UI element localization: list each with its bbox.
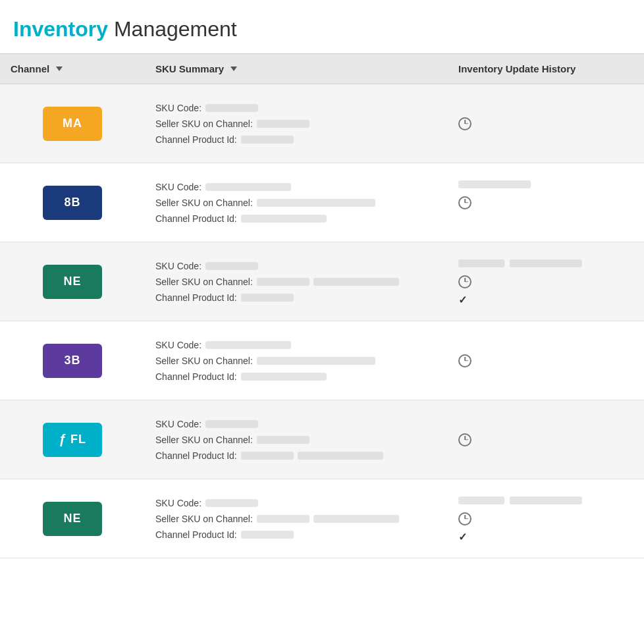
cell-sku-6: SKU Code: Seller SKU on Channel: Channel… — [145, 479, 448, 558]
product-id-label: Channel Product Id: — [155, 292, 237, 303]
product-id-value-b — [298, 452, 383, 460]
channel-badge-8b: 8B — [43, 186, 102, 220]
clock-icon[interactable] — [458, 196, 471, 209]
seller-sku-line: Seller SKU on Channel: — [155, 119, 437, 129]
page-header: Inventory Management — [0, 0, 644, 53]
history-line-3 — [458, 136, 633, 149]
seller-sku-value — [257, 436, 309, 444]
product-id-label: Channel Product Id: — [155, 371, 237, 382]
cell-channel-5: ƒ FL — [0, 400, 145, 479]
seller-sku-label: Seller SKU on Channel: — [155, 119, 253, 129]
product-id-label: Channel Product Id: — [155, 134, 237, 145]
cell-channel-4: 3B — [0, 321, 145, 400]
title-rest: Management — [108, 17, 237, 41]
product-id-label: Channel Product Id: — [155, 450, 237, 461]
sku-code-label: SKU Code: — [155, 182, 201, 192]
clock-icon[interactable] — [458, 512, 471, 525]
product-id-value — [241, 373, 327, 381]
sku-code-label: SKU Code: — [155, 419, 201, 429]
cell-channel-1: MA — [0, 84, 145, 163]
history-line-2 — [458, 512, 633, 525]
product-id-value — [241, 294, 294, 302]
column-header-channel[interactable]: Channel — [0, 54, 145, 84]
product-id-value — [241, 215, 327, 223]
seller-sku-line: Seller SKU on Channel: — [155, 514, 437, 524]
page-title: Inventory Management — [13, 17, 631, 41]
sku-code-label: SKU Code: — [155, 103, 201, 113]
history-line-2 — [458, 196, 633, 209]
channel-badge-ma: MA — [43, 107, 102, 141]
sku-code-value — [205, 262, 258, 270]
history-value-1a — [458, 496, 504, 504]
product-id-value — [241, 531, 294, 539]
table-header: Channel SKU Summary Inventory Update His… — [0, 53, 644, 84]
clock-icon[interactable] — [458, 433, 471, 446]
cell-sku-5: SKU Code: Seller SKU on Channel: Channel… — [145, 400, 448, 479]
history-line-2 — [458, 275, 633, 288]
sku-code-line: SKU Code: — [155, 498, 437, 508]
seller-sku-value — [257, 357, 375, 365]
history-value-1 — [458, 180, 531, 188]
cell-history-1 — [448, 84, 644, 163]
cell-sku-1: SKU Code: Seller SKU on Channel: Channel… — [145, 84, 448, 163]
cell-history-3: ✓ — [448, 242, 644, 321]
history-value-1a — [458, 259, 504, 267]
column-header-sku[interactable]: SKU Summary — [145, 54, 448, 84]
sku-code-value — [205, 420, 258, 428]
sku-code-line: SKU Code: — [155, 182, 437, 192]
product-id-label: Channel Product Id: — [155, 213, 237, 224]
sku-code-label: SKU Code: — [155, 340, 201, 350]
channel-filter-icon[interactable] — [56, 67, 63, 71]
history-line-2 — [458, 117, 633, 130]
product-id-value — [241, 136, 294, 144]
product-id-label: Channel Product Id: — [155, 529, 237, 540]
history-line-3: ✓ — [458, 531, 633, 544]
seller-sku-value-a — [257, 278, 309, 286]
history-value-1b — [510, 259, 582, 267]
history-line-1 — [458, 99, 633, 112]
seller-sku-label: Seller SKU on Channel: — [155, 435, 253, 445]
sku-code-line: SKU Code: — [155, 419, 437, 429]
product-id-line: Channel Product Id: — [155, 213, 437, 224]
clock-icon[interactable] — [458, 354, 471, 367]
cell-sku-2: SKU Code: Seller SKU on Channel: Channel… — [145, 163, 448, 242]
clock-icon[interactable] — [458, 117, 471, 130]
product-id-line: Channel Product Id: — [155, 371, 437, 382]
sku-code-value — [205, 341, 291, 349]
table-row: 8B SKU Code: Seller SKU on Channel: Chan… — [0, 163, 644, 242]
sku-code-label: SKU Code: — [155, 261, 201, 271]
seller-sku-value-b — [313, 278, 399, 286]
channel-badge-fl: ƒ FL — [43, 423, 102, 457]
product-id-line: Channel Product Id: — [155, 529, 437, 540]
product-id-line: Channel Product Id: — [155, 450, 437, 461]
check-icon: ✓ — [458, 294, 467, 306]
history-line-1 — [458, 336, 633, 349]
product-id-line: Channel Product Id: — [155, 134, 437, 145]
sku-header-label: SKU Summary — [155, 63, 224, 74]
fl-code: FL — [70, 433, 86, 446]
product-id-value-a — [241, 452, 294, 460]
seller-sku-label: Seller SKU on Channel: — [155, 356, 253, 366]
history-line-1 — [458, 494, 633, 507]
seller-sku-label: Seller SKU on Channel: — [155, 198, 253, 208]
seller-sku-value — [257, 120, 309, 128]
history-line-1 — [458, 178, 633, 191]
history-line-3 — [458, 373, 633, 386]
table-row: NE SKU Code: Seller SKU on Channel: Chan… — [0, 479, 644, 558]
history-line-2 — [458, 433, 633, 446]
history-header-label: Inventory Update History — [458, 63, 576, 74]
check-icon: ✓ — [458, 531, 467, 543]
table-row: ƒ FL SKU Code: Seller SKU on Channel: Ch… — [0, 400, 644, 479]
sku-filter-icon[interactable] — [230, 67, 237, 71]
seller-sku-value — [257, 199, 375, 207]
channel-badge-ne-2: NE — [43, 502, 102, 536]
cell-channel-2: 8B — [0, 163, 145, 242]
cell-sku-3: SKU Code: Seller SKU on Channel: Channel… — [145, 242, 448, 321]
history-line-3 — [458, 452, 633, 465]
clock-icon[interactable] — [458, 275, 471, 288]
history-line-3 — [458, 215, 633, 228]
seller-sku-line: Seller SKU on Channel: — [155, 435, 437, 445]
table-row: MA SKU Code: Seller SKU on Channel: Chan… — [0, 84, 644, 163]
sku-code-line: SKU Code: — [155, 261, 437, 271]
cell-sku-4: SKU Code: Seller SKU on Channel: Channel… — [145, 321, 448, 400]
